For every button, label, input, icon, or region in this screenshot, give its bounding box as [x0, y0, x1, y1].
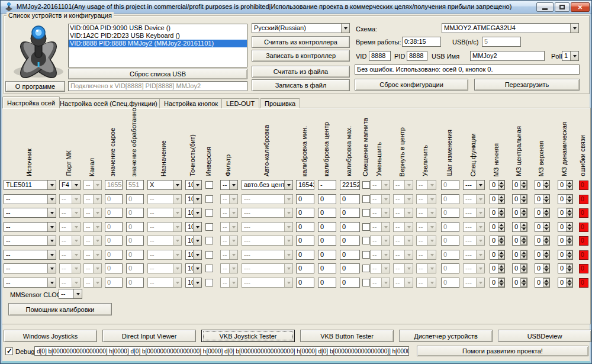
spinner-arrows-icon[interactable]	[498, 278, 504, 287]
device-item[interactable]: VID:09DA PID:9090 USB Device ()	[69, 24, 247, 32]
axis-3-mz_center[interactable]: 0	[512, 208, 527, 218]
axis-8-magnet[interactable]	[362, 279, 370, 286]
axis-7-mz_center[interactable]: 0	[512, 263, 527, 273]
read-controller-button[interactable]: Считать из контроллера	[252, 36, 350, 48]
axis-1-source[interactable]: TLE5011	[4, 180, 56, 190]
axis-4-magnet[interactable]	[362, 223, 370, 231]
axis-8-mz_center[interactable]: 0	[512, 278, 527, 288]
spinner-arrows-icon[interactable]	[543, 264, 549, 273]
axis-3-precision[interactable]: 10	[185, 208, 202, 218]
axis-6-mz_dyn[interactable]: 0	[558, 250, 573, 260]
spinner-arrows-icon[interactable]	[566, 195, 572, 204]
spinner-arrows-icon[interactable]	[520, 223, 527, 231]
axis-3-inversion[interactable]	[205, 209, 213, 217]
axis-1-cal_max[interactable]: 22152	[340, 180, 360, 190]
spinner-arrows-icon[interactable]	[566, 278, 572, 287]
axis-1-precision[interactable]: 10	[185, 180, 202, 190]
spinner-arrows-icon[interactable]	[520, 264, 527, 273]
axis-1-filter[interactable]: --	[220, 180, 238, 190]
debug-checkbox[interactable]	[5, 347, 13, 355]
axis-1-port[interactable]: F4	[59, 180, 81, 190]
spinner-arrows-icon[interactable]	[498, 236, 504, 245]
axis-6-mz_low[interactable]: 0	[490, 250, 505, 260]
spinner-arrows-icon[interactable]	[543, 278, 549, 287]
spinner-arrows-icon[interactable]	[543, 181, 549, 189]
axis-7-mz_low[interactable]: 0	[490, 263, 505, 273]
axis-5-source[interactable]: --	[4, 236, 56, 246]
spinner-arrows-icon[interactable]	[498, 195, 504, 204]
axis-3-mz_high[interactable]: 0	[535, 208, 550, 218]
dropdown-arrow-icon[interactable]	[47, 223, 56, 231]
axis-5-cal_center[interactable]: 0	[318, 236, 336, 246]
dropdown-arrow-icon[interactable]	[570, 51, 578, 60]
axis-2-mz_low[interactable]: 0	[490, 194, 505, 204]
dropdown-arrow-icon[interactable]	[570, 24, 578, 33]
write-controller-button[interactable]: Записать в контроллер	[252, 50, 350, 62]
axis-6-precision[interactable]: 10	[185, 250, 202, 260]
language-select[interactable]: Русский(Russian)	[252, 23, 350, 33]
dropdown-arrow-icon[interactable]	[193, 208, 201, 217]
dropdown-arrow-icon[interactable]	[47, 250, 56, 259]
vkb-button-tester-button[interactable]: VKB Button Tester	[300, 330, 394, 342]
spinner-arrows-icon[interactable]	[566, 181, 572, 189]
vid-field[interactable]: 8888	[369, 51, 391, 61]
axis-3-cal_max[interactable]: 0	[340, 208, 360, 218]
dropdown-arrow-icon[interactable]	[72, 181, 80, 189]
axis-7-mz_dyn[interactable]: 0	[558, 263, 573, 273]
spinner-arrows-icon[interactable]	[498, 250, 504, 259]
axis-2-cal_max[interactable]: 0	[340, 194, 360, 204]
reset-usb-list-button[interactable]: Сброс списка USB	[68, 69, 247, 79]
axis-4-inversion[interactable]	[205, 223, 213, 231]
axis-8-precision[interactable]: 10	[185, 278, 202, 288]
axis-8-cal_min[interactable]: 0	[296, 278, 314, 288]
usb-name-field[interactable]: MMJoy2	[470, 51, 545, 61]
axis-6-cal_center[interactable]: 0	[318, 250, 336, 260]
schema-select[interactable]: MMJOY2.ATMEGA32U4	[442, 23, 579, 33]
axis-2-source[interactable]: --	[4, 194, 56, 204]
axis-5-cal_min[interactable]: 0	[296, 236, 314, 246]
tab-axes[interactable]: Настройка осей	[2, 96, 60, 108]
axis-1-mz_center[interactable]: 0	[512, 180, 527, 190]
axis-3-cal_min[interactable]: 0	[296, 208, 314, 218]
uptime-field[interactable]: 0:38:15	[402, 37, 441, 47]
axis-5-mz_high[interactable]: 0	[535, 236, 550, 246]
dropdown-arrow-icon[interactable]	[47, 236, 56, 245]
spinner-arrows-icon[interactable]	[543, 236, 549, 245]
calibration-helper-button[interactable]: Помощник калибровки	[8, 303, 112, 315]
spinner-arrows-icon[interactable]	[543, 223, 549, 231]
axis-2-inversion[interactable]	[205, 195, 213, 203]
axis-6-mz_high[interactable]: 0	[535, 250, 550, 260]
axis-4-source[interactable]: --	[4, 222, 56, 232]
donate-button[interactable]: Помоги развитию проекта!	[417, 346, 588, 356]
spinner-arrows-icon[interactable]	[498, 208, 504, 217]
vkb-joystick-tester-button[interactable]: VKB Joystick Tester	[201, 330, 295, 342]
usbdeview-button[interactable]: USBDeview	[498, 330, 591, 342]
axis-1-mz_high[interactable]: 0	[535, 180, 550, 190]
axis-2-magnet[interactable]	[362, 195, 370, 203]
axis-1-magnet[interactable]	[362, 181, 370, 189]
axis-1-cal_center[interactable]: -	[318, 180, 336, 190]
direct-input-viewer-button[interactable]: Direct Input Viewer	[102, 330, 196, 342]
dropdown-arrow-icon[interactable]	[193, 236, 201, 245]
axis-7-cal_center[interactable]: 0	[318, 263, 336, 273]
axis-8-mz_low[interactable]: 0	[490, 278, 505, 288]
dropdown-arrow-icon[interactable]	[193, 278, 201, 287]
spinner-arrows-icon[interactable]	[566, 264, 572, 273]
axis-4-precision[interactable]: 10	[185, 222, 202, 232]
axis-6-inversion[interactable]	[205, 251, 213, 259]
axis-8-source[interactable]: --	[4, 278, 56, 288]
about-button[interactable]: О программе	[5, 81, 65, 92]
axis-4-mz_dyn[interactable]: 0	[558, 222, 573, 232]
dropdown-arrow-icon[interactable]	[47, 264, 56, 273]
axis-7-inversion[interactable]	[205, 265, 213, 272]
tab-firmware[interactable]: Прошивка	[260, 98, 300, 108]
write-file-button[interactable]: Записать в файл	[252, 79, 350, 91]
axis-5-magnet[interactable]	[362, 237, 370, 244]
device-item-selected[interactable]: VID:8888 PID:8888 MMJoy2 (MMJoy2-2016110…	[69, 40, 247, 47]
axis-4-mz_low[interactable]: 0	[490, 222, 505, 232]
dropdown-arrow-icon[interactable]	[193, 250, 201, 259]
axis-5-inversion[interactable]	[205, 237, 213, 244]
dropdown-arrow-icon[interactable]	[284, 181, 292, 189]
debug-output-field[interactable]: d[0] b[0000000000000000] h[0000] d[0] b[…	[34, 346, 409, 356]
axis-2-mz_center[interactable]: 0	[512, 194, 527, 204]
